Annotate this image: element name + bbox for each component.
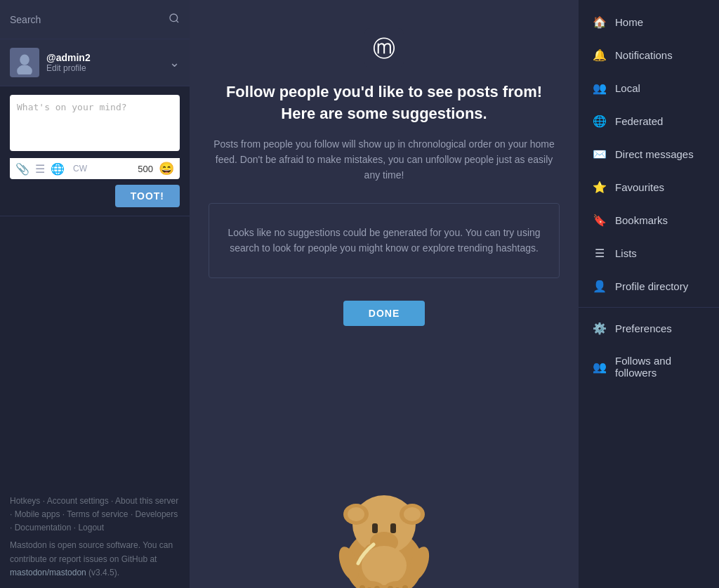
svg-point-9 (343, 504, 369, 525)
nav-item-direct-messages[interactable]: ✉️ Direct messages (579, 138, 719, 171)
profile-directory-icon: 👤 (593, 280, 607, 293)
char-count: 500 (138, 164, 153, 174)
svg-text:ⓜ: ⓜ (373, 36, 395, 61)
footer-developers[interactable]: Developers (136, 509, 178, 519)
nav-label-federated: Federated (615, 115, 663, 127)
footer-account-settings[interactable]: Account settings (47, 496, 109, 506)
compose-toolbar: 📎 ☰ 🌐 CW 500 😄 (10, 158, 180, 179)
nav-item-favourites[interactable]: ⭐ Favourites (579, 171, 719, 204)
footer-oss: Mastodon is open source software. You ca… (10, 539, 180, 580)
nav-label-notifications: Notifications (615, 49, 673, 61)
onboarding-panel: ⓜ Follow people you'd like to see posts … (194, 0, 574, 340)
format-icon[interactable]: ☰ (35, 162, 45, 176)
no-suggestions-text: Looks like no suggestions could be gener… (227, 227, 540, 254)
svg-point-19 (357, 581, 383, 588)
nav-label-favourites: Favourites (615, 181, 664, 193)
attach-icon[interactable]: 📎 (15, 162, 29, 176)
main-content: ⓜ Follow people you'd like to see posts … (190, 0, 579, 588)
direct-messages-icon: ✉️ (593, 148, 607, 161)
footer-oss-text: Mastodon is open source software. You ca… (10, 540, 173, 563)
profile-dropdown-arrow[interactable]: ⌄ (169, 55, 180, 70)
svg-line-1 (176, 20, 178, 22)
done-button[interactable]: DONE (343, 301, 425, 326)
nav-item-home[interactable]: 🏠 Home (579, 6, 719, 39)
svg-point-10 (348, 507, 364, 521)
bookmarks-icon: 🔖 (593, 214, 607, 227)
footer-about[interactable]: About this server (115, 496, 178, 506)
compose-textarea[interactable] (10, 95, 180, 151)
nav-label-lists: Lists (615, 247, 637, 259)
globe-icon[interactable]: 🌐 (51, 162, 65, 176)
right-sidebar: 🏠 Home 🔔 Notifications 👥 Local 🌐 Federat… (579, 0, 719, 588)
svg-point-0 (170, 14, 178, 22)
federated-icon: 🌐 (593, 115, 607, 128)
search-icon (169, 13, 180, 27)
nav-label-local: Local (615, 82, 640, 94)
profile-handle: @admin2 (46, 52, 169, 63)
favourites-icon: ⭐ (593, 181, 607, 194)
svg-point-11 (400, 504, 425, 525)
left-sidebar: @admin2 Edit profile ⌄ 📎 ☰ 🌐 CW 500 😄 TO… (0, 0, 190, 588)
nav-label-home: Home (615, 16, 643, 28)
footer-terms[interactable]: Terms of service (67, 509, 128, 519)
footer-mobile[interactable]: Mobile apps (15, 509, 60, 519)
nav-item-local[interactable]: 👥 Local (579, 72, 719, 105)
nav-label-follows-followers: Follows and followers (615, 355, 705, 379)
nav-item-lists[interactable]: ☰ Lists (579, 237, 719, 270)
lists-icon: ☰ (593, 247, 607, 260)
mascot-illustration (296, 462, 472, 588)
onboarding-title: Follow people you'd like to see posts fr… (226, 81, 542, 125)
suggestions-box: Looks like no suggestions could be gener… (209, 203, 560, 278)
profile-edit-label[interactable]: Edit profile (46, 63, 169, 73)
compose-area: 📎 ☰ 🌐 CW 500 😄 TOOT! (0, 86, 190, 216)
nav-label-bookmarks: Bookmarks (615, 214, 668, 226)
search-input[interactable] (10, 14, 169, 25)
nav-item-profile-directory[interactable]: 👤 Profile directory (579, 270, 719, 303)
follows-followers-icon: 👥 (593, 360, 607, 374)
nav-item-bookmarks[interactable]: 🔖 Bookmarks (579, 204, 719, 237)
footer-hotkeys[interactable]: Hotkeys (10, 496, 40, 506)
search-bar (0, 0, 190, 39)
svg-point-12 (404, 507, 421, 521)
mascot-area (279, 447, 489, 588)
nav-label-direct-messages: Direct messages (615, 148, 694, 160)
nav-item-preferences[interactable]: ⚙️ Preferences (579, 312, 719, 345)
emoji-icon[interactable]: 😄 (159, 161, 174, 176)
home-icon: 🏠 (593, 15, 607, 29)
nav-label-profile-directory: Profile directory (615, 280, 688, 292)
footer-links: Hotkeys · Account settings · About this … (10, 495, 180, 535)
svg-point-7 (345, 528, 423, 588)
notifications-icon: 🔔 (593, 48, 607, 62)
footer-documentation[interactable]: Documentation (15, 523, 72, 533)
left-footer: Hotkeys · Account settings · About this … (0, 486, 190, 588)
mastodon-logo: ⓜ (364, 28, 404, 67)
cw-label[interactable]: CW (73, 164, 87, 174)
nav-label-preferences: Preferences (615, 322, 672, 334)
svg-point-18 (362, 546, 407, 585)
nav-divider (579, 307, 719, 308)
svg-point-15 (370, 532, 398, 553)
svg-point-26 (402, 585, 408, 588)
svg-rect-13 (372, 523, 378, 533)
svg-rect-14 (390, 523, 396, 533)
onboarding-description: Posts from people you follow will show u… (209, 136, 560, 183)
nav-item-notifications[interactable]: 🔔 Notifications (579, 39, 719, 72)
nav-item-follows-followers[interactable]: 👥 Follows and followers (579, 345, 719, 388)
svg-point-8 (352, 495, 416, 554)
footer-github-link[interactable]: mastodon/mastodon (10, 568, 86, 577)
footer-logout[interactable]: Logout (78, 523, 104, 533)
svg-point-17 (405, 544, 433, 582)
svg-point-16 (335, 544, 363, 582)
avatar (10, 48, 39, 77)
profile-section: @admin2 Edit profile ⌄ (0, 39, 190, 86)
preferences-icon: ⚙️ (593, 322, 607, 335)
footer-version: (v3.4.5). (88, 568, 119, 577)
svg-point-3 (20, 54, 29, 65)
toot-button[interactable]: TOOT! (115, 185, 180, 207)
profile-info: @admin2 Edit profile (46, 52, 169, 73)
local-icon: 👥 (593, 81, 607, 95)
svg-point-20 (385, 581, 411, 588)
svg-point-21 (360, 585, 365, 588)
nav-item-federated[interactable]: 🌐 Federated (579, 105, 719, 138)
toot-button-wrap: TOOT! (10, 185, 180, 207)
